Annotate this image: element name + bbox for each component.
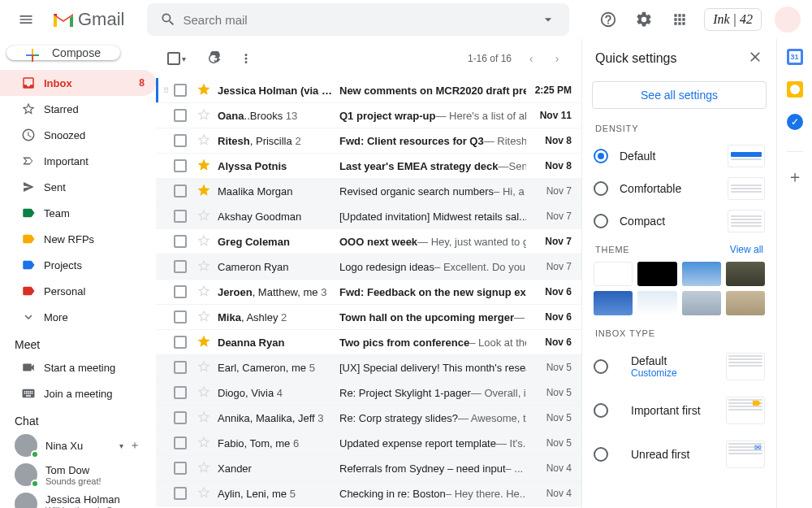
radio-button[interactable] <box>594 359 608 374</box>
more-button[interactable] <box>230 42 262 75</box>
search-bar[interactable] <box>147 3 569 36</box>
star-button[interactable] <box>197 334 213 351</box>
theme-thumbnail[interactable] <box>637 291 676 315</box>
mail-row[interactable]: Mika, Ashley 2Town hall on the upcoming … <box>156 305 581 330</box>
account-avatar[interactable] <box>775 7 801 33</box>
density-option[interactable]: Default <box>582 140 776 172</box>
star-button[interactable] <box>197 410 213 427</box>
radio-button[interactable] <box>594 403 608 418</box>
mail-row[interactable]: Oana..Brooks 13Q1 project wrap-up — Here… <box>156 103 581 128</box>
mail-checkbox[interactable] <box>174 260 187 273</box>
star-button[interactable] <box>197 107 213 124</box>
star-button[interactable] <box>197 233 213 250</box>
star-button[interactable] <box>197 82 213 99</box>
mail-checkbox[interactable] <box>174 462 187 475</box>
calendar-app-icon[interactable]: 31 <box>787 49 803 65</box>
chevron-down-icon[interactable]: ▾ <box>182 54 186 63</box>
mail-row[interactable]: Jeroen, Matthew, me 3Fwd: Feedback on th… <box>156 280 581 305</box>
meet-item[interactable]: Join a meeting <box>0 380 156 406</box>
sidebar-item-personal[interactable]: Personal <box>0 278 156 304</box>
sidebar-item-important[interactable]: Important <box>0 148 156 174</box>
radio-button[interactable] <box>594 214 608 228</box>
mail-row[interactable]: Earl, Cameron, me 5[UX] Special delivery… <box>156 355 581 380</box>
inbox-type-option[interactable]: Important first <box>582 389 776 432</box>
star-button[interactable] <box>197 258 213 276</box>
keep-app-icon[interactable] <box>787 81 803 98</box>
star-button[interactable] <box>197 132 213 150</box>
star-button[interactable] <box>197 460 213 477</box>
sidebar-item-new-rfps[interactable]: New RFPs <box>0 226 156 252</box>
theme-thumbnail[interactable] <box>594 262 633 286</box>
workspace-badge[interactable]: Ink | 42 <box>704 8 762 31</box>
inbox-type-customize-link[interactable]: Customize <box>631 367 726 379</box>
sidebar-item-sent[interactable]: Sent <box>0 174 156 200</box>
theme-thumbnail[interactable] <box>682 291 721 315</box>
drag-handle-icon[interactable]: ⠿ <box>161 86 169 95</box>
mail-checkbox[interactable] <box>174 487 187 500</box>
mail-row[interactable]: Fabio, Tom, me 6Updated expense report t… <box>156 431 581 456</box>
chat-self[interactable]: Nina Xu ▾ ＋ <box>0 431 156 460</box>
mail-checkbox[interactable] <box>174 84 187 97</box>
view-all-themes-link[interactable]: View all <box>730 244 763 255</box>
sidebar-item-more[interactable]: More <box>0 304 156 330</box>
theme-thumbnail[interactable] <box>637 262 676 286</box>
mail-row[interactable]: Diogo, Vivia 4Re: Project Skylight 1-pag… <box>156 380 581 406</box>
add-app-button[interactable]: ＋ <box>787 168 803 185</box>
select-all-checkbox[interactable]: ▾ <box>167 52 186 65</box>
star-button[interactable] <box>197 158 213 175</box>
mail-checkbox[interactable] <box>174 411 187 424</box>
mail-checkbox[interactable] <box>174 159 187 172</box>
refresh-button[interactable] <box>197 42 230 75</box>
add-chat-button[interactable]: ＋ <box>123 434 146 457</box>
radio-button[interactable] <box>594 181 608 196</box>
mail-row[interactable]: XanderReferrals from Sydney – need input… <box>156 456 581 481</box>
radio-button[interactable] <box>594 447 608 462</box>
settings-button[interactable] <box>628 3 660 36</box>
tasks-app-icon[interactable]: ✓ <box>787 114 803 130</box>
mail-checkbox[interactable] <box>174 134 187 147</box>
mail-checkbox[interactable] <box>174 109 187 122</box>
star-button[interactable] <box>197 208 213 225</box>
mail-row[interactable]: Alyssa PotnisLast year's EMEA strategy d… <box>156 154 581 179</box>
theme-thumbnail[interactable] <box>594 291 633 315</box>
mail-row[interactable]: Ritesh, Priscilla 2Fwd: Client resources… <box>156 128 581 154</box>
mail-checkbox[interactable] <box>174 185 187 198</box>
sidebar-item-inbox[interactable]: Inbox8 <box>0 70 156 96</box>
radio-button[interactable] <box>594 149 608 163</box>
mail-row[interactable]: Annika, Maalika, Jeff 3Re: Corp strategy… <box>156 406 581 431</box>
prev-page-button[interactable]: ‹ <box>518 46 544 72</box>
mail-checkbox[interactable] <box>174 361 187 374</box>
mail-row[interactable]: Cameron RyanLogo redesign ideas – Excell… <box>156 254 581 280</box>
mail-checkbox[interactable] <box>174 386 187 399</box>
mail-row[interactable]: ⠿Jessica Holman (via Goog...New comments… <box>156 78 581 103</box>
mail-checkbox[interactable] <box>174 310 187 323</box>
mail-checkbox[interactable] <box>174 285 187 298</box>
star-button[interactable] <box>197 183 213 200</box>
search-options-icon[interactable] <box>533 11 563 28</box>
menu-button[interactable] <box>6 0 45 39</box>
star-button[interactable] <box>197 359 213 376</box>
gmail-logo[interactable]: Gmail <box>45 9 131 30</box>
apps-button[interactable] <box>663 3 696 36</box>
star-button[interactable] <box>197 309 213 326</box>
theme-thumbnail[interactable] <box>726 262 765 286</box>
mail-row[interactable]: Deanna RyanTwo pics from conference – Lo… <box>156 330 581 355</box>
mail-row[interactable]: Maalika MorganRevised organic search num… <box>156 179 581 204</box>
close-button[interactable] <box>747 49 763 68</box>
help-button[interactable] <box>592 3 624 36</box>
theme-thumbnail[interactable] <box>682 262 721 286</box>
sidebar-item-team[interactable]: Team <box>0 200 156 226</box>
mail-checkbox[interactable] <box>174 235 187 248</box>
search-icon[interactable] <box>153 11 183 28</box>
star-button[interactable] <box>197 435 213 452</box>
see-all-settings-button[interactable]: See all settings <box>592 81 767 109</box>
inbox-type-option[interactable]: DefaultCustomize <box>582 345 776 389</box>
star-button[interactable] <box>197 384 213 402</box>
sidebar-item-starred[interactable]: Starred <box>0 96 156 122</box>
chat-item[interactable]: Tom DowSounds great! <box>0 460 156 489</box>
meet-item[interactable]: Start a meeting <box>0 354 156 380</box>
search-input[interactable] <box>183 13 533 27</box>
density-option[interactable]: Comfortable <box>582 172 776 205</box>
mail-row[interactable]: Aylin, Leni, me 5Checking in re: Boston … <box>156 481 581 506</box>
mail-row[interactable]: Greg ColemanOOO next week — Hey, just wa… <box>156 229 581 254</box>
